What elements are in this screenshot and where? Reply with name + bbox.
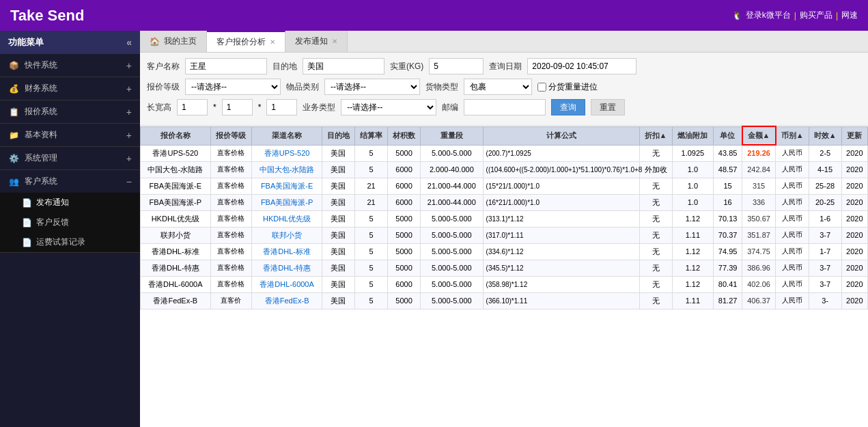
buy-link[interactable]: 购买产品 <box>800 10 832 21</box>
cell-amount: 315 <box>742 178 776 194</box>
cell-dest: 美国 <box>322 178 354 194</box>
basic-icon: 📁 <box>8 130 19 141</box>
expand-express[interactable]: + <box>126 60 132 71</box>
tab-close-quote[interactable]: ✕ <box>270 38 275 46</box>
expand-finance[interactable]: + <box>126 83 132 94</box>
tab-quote-analysis[interactable]: 客户报价分析 ✕ <box>207 31 285 52</box>
tab-close-publish[interactable]: ✕ <box>332 38 337 45</box>
sidebar-sub-item-trial[interactable]: 📄 运费试算记录 <box>0 232 140 252</box>
channel-link[interactable]: 香港DHL-标准 <box>263 247 311 256</box>
sidebar-item-quote[interactable]: 📋 报价系统 + <box>0 100 140 123</box>
cell-discount: 无 <box>639 243 672 260</box>
sidebar-item-system[interactable]: ⚙️ 系统管理 + <box>0 147 140 169</box>
height-input[interactable] <box>266 99 297 115</box>
col-amount: 金额▲ <box>742 126 776 145</box>
channel-link[interactable]: 联邦小货 <box>272 231 302 239</box>
channel-link[interactable]: FBA美国海派-P <box>261 198 313 206</box>
collapse-customer[interactable]: − <box>126 176 132 187</box>
channel-link[interactable]: 中国大包-水陆路 <box>260 165 315 174</box>
sidebar-item-basic[interactable]: 📁 基本资料 + <box>0 124 140 146</box>
sidebar-section-customer: 👥 客户系统 − 📄 发布通知 📄 客户反馈 📄 运费试算记录 <box>0 170 140 253</box>
cell-channel: HKDHL优先级 <box>252 210 322 227</box>
cell-weight-range: 5.000-5.000 <box>421 243 484 260</box>
cell-amount: 374.75 <box>742 243 776 260</box>
table-header-row: 报价名称 报价等级 渠道名称 目的地 结算率 材积数 重量段 计算公式 折扣▲ … <box>141 126 868 145</box>
system-icon: ⚙️ <box>8 153 19 164</box>
cell-unit: 74.95 <box>714 243 742 260</box>
reset-button[interactable]: 重置 <box>591 99 625 115</box>
width-input[interactable] <box>222 99 253 115</box>
tab-bar: 🏠 我的主页 客户报价分析 ✕ 发布通知 ✕ <box>140 31 868 53</box>
cell-material: 5000 <box>388 227 421 243</box>
cell-fuel: 1.0 <box>672 161 714 178</box>
cell-settle: 5 <box>354 145 387 161</box>
cell-level: 直客价格 <box>210 194 252 210</box>
cell-weight-range: 5.000-5.000 <box>421 227 484 243</box>
channel-link[interactable]: FBA美国海派-E <box>261 182 313 190</box>
tab-quote-analysis-label: 客户报价分析 <box>216 36 266 48</box>
sidebar-sub-customer: 📄 发布通知 📄 客户反馈 📄 运费试算记录 <box>0 193 140 252</box>
quote-icon: 📋 <box>8 107 19 118</box>
login-link[interactable]: 登录k微平台 <box>746 10 791 21</box>
cell-formula: ((104.600+((5-2.000)/1.000+1)*51.100)*0.… <box>483 161 639 178</box>
cell-discount: 无 <box>639 292 672 309</box>
cargo-type-select[interactable]: 包裹 <box>464 79 532 95</box>
destination-input[interactable] <box>303 58 384 74</box>
search-button[interactable]: 查询 <box>551 99 585 115</box>
col-timeliness: 时效▲ <box>809 126 841 145</box>
feedback-icon: 📄 <box>22 218 32 228</box>
app-title: Take Send <box>10 7 84 25</box>
cell-amount: 386.96 <box>742 260 776 276</box>
sidebar-item-express[interactable]: 📦 快件系统 + <box>0 54 140 77</box>
cell-channel: 香港DHL-特惠 <box>252 260 322 276</box>
tab-home[interactable]: 🏠 我的主页 <box>140 31 207 52</box>
biz-type-select[interactable]: --请选择-- <box>341 99 436 115</box>
channel-link[interactable]: 香港DHL-6000A <box>260 280 313 288</box>
trial-icon: 📄 <box>22 238 32 247</box>
cell-dest: 美国 <box>322 210 354 227</box>
postcode-input[interactable] <box>464 99 546 115</box>
cell-amount: 351.87 <box>742 227 776 243</box>
sidebar-collapse-btn[interactable]: « <box>126 37 132 48</box>
channel-link[interactable]: HKDHL优先级 <box>263 215 311 223</box>
cell-currency: 人民币 <box>776 276 809 292</box>
cell-unit: 81.27 <box>714 292 742 309</box>
dimension-label: 长宽高 <box>147 102 171 113</box>
expand-system[interactable]: + <box>126 153 132 164</box>
item-type-select[interactable]: --请选择-- <box>324 79 420 95</box>
weight-input[interactable] <box>429 58 484 74</box>
cell-unit: 70.13 <box>714 210 742 227</box>
network-link[interactable]: 网速 <box>841 10 858 21</box>
cell-channel: 香港UPS-520 <box>252 145 322 161</box>
col-weight-range: 重量段 <box>421 126 484 145</box>
sidebar-section-finance: 💰 财务系统 + <box>0 77 140 100</box>
cell-amount: 219.26 <box>742 145 776 161</box>
cell-fuel: 1.12 <box>672 260 714 276</box>
quote-level-select[interactable]: --请选择-- <box>185 79 281 95</box>
sidebar-sub-item-feedback[interactable]: 📄 客户反馈 <box>0 212 140 232</box>
cell-material: 5000 <box>388 243 421 260</box>
query-date-input[interactable] <box>527 58 636 74</box>
table-row: 香港DHL-6000A 直客价格 香港DHL-6000A 美国 5 6000 5… <box>141 276 868 292</box>
cell-timeliness: 2-5 <box>809 145 841 161</box>
content-area: 🏠 我的主页 客户报价分析 ✕ 发布通知 ✕ 客户名称 目的地 实重(KG) <box>140 31 868 427</box>
tab-publish[interactable]: 发布通知 ✕ <box>285 31 348 52</box>
length-input[interactable] <box>177 99 208 115</box>
sidebar-item-customer[interactable]: 👥 客户系统 − <box>0 170 140 193</box>
cell-material: 6000 <box>388 178 421 194</box>
customer-name-label: 客户名称 <box>147 61 180 72</box>
table-row: 香港FedEx-B 直客价 香港FedEx-B 美国 5 5000 5.000-… <box>141 292 868 309</box>
split-weight-checkbox[interactable] <box>537 83 546 92</box>
split-weight-label[interactable]: 分货重量进位 <box>537 81 598 93</box>
col-fuel: 燃油附加 <box>672 126 714 145</box>
expand-basic[interactable]: + <box>126 130 132 141</box>
sidebar-sub-item-publish[interactable]: 📄 发布通知 <box>0 193 140 212</box>
channel-link[interactable]: 香港UPS-520 <box>264 149 310 157</box>
channel-link[interactable]: 香港DHL-特惠 <box>263 264 311 272</box>
sidebar-item-finance[interactable]: 💰 财务系统 + <box>0 77 140 100</box>
customer-name-input[interactable] <box>185 58 267 74</box>
cell-formula: (317.0)*1.11 <box>483 227 639 243</box>
channel-link[interactable]: 香港FedEx-B <box>265 297 309 305</box>
table-row: HKDHL优先级 直客价格 HKDHL优先级 美国 5 5000 5.000-5… <box>141 210 868 227</box>
expand-quote[interactable]: + <box>126 107 132 118</box>
